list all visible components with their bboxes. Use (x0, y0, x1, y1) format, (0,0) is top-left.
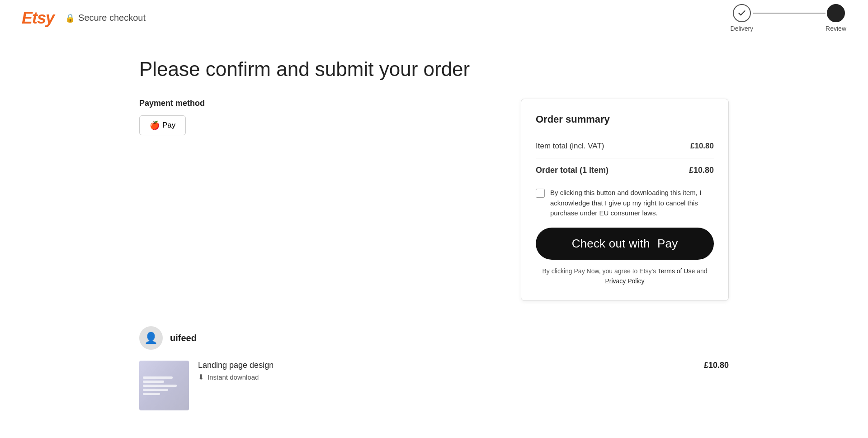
order-summary-card: Order summary Item total (incl. VAT) £10… (521, 99, 729, 301)
header-left: Etsy 🔒 Secure checkout (22, 9, 146, 28)
item-total-value: £10.80 (690, 142, 714, 151)
page-title: Please confirm and submit your order (139, 58, 729, 81)
apple-pay-text: Pay (162, 121, 175, 130)
payment-method-label: Payment method (139, 99, 503, 108)
etsy-logo[interactable]: Etsy (22, 9, 54, 28)
review-label: Review (826, 25, 846, 32)
step-delivery: Delivery (731, 4, 754, 32)
consent-area: By clicking this button and downloading … (536, 188, 714, 219)
checkout-text: Check out with (572, 237, 650, 251)
privacy-link[interactable]: Privacy Policy (605, 277, 644, 285)
order-summary-panel: Order summary Item total (incl. VAT) £10… (521, 99, 729, 301)
secure-checkout-label: Secure checkout (78, 13, 146, 23)
main-content: Please confirm and submit your order Pay… (118, 36, 750, 425)
terms-text: By clicking Pay Now, you agree to Etsy's… (536, 266, 714, 286)
terms-middle: and (695, 267, 707, 275)
terms-prefix: By clicking Pay Now, you agree to Etsy's (542, 267, 657, 275)
order-total-label: Order total (1 item) (536, 166, 609, 175)
pay-text: Pay (657, 237, 678, 251)
item-total-label: Item total (incl. VAT) (536, 142, 604, 151)
step-review: Review (826, 4, 846, 32)
item-total-line: Item total (incl. VAT) £10.80 (536, 134, 714, 158)
thumb-line-3 (143, 385, 177, 387)
order-total-value: £10.80 (689, 166, 714, 175)
order-total-line: Order total (1 item) £10.80 (536, 158, 714, 181)
header: Etsy 🔒 Secure checkout Delivery Review (0, 0, 868, 36)
seller-name: uifeed (170, 333, 197, 343)
thumb-line-1 (143, 376, 173, 379)
seller-header: 👤 uifeed (139, 326, 729, 350)
thumb-line-4 (143, 389, 168, 391)
apple-pay-method-button[interactable]: 🍎 Pay (139, 115, 186, 135)
secure-checkout: 🔒 Secure checkout (65, 13, 146, 23)
thumb-line-2 (143, 381, 164, 383)
seller-section: 👤 uifeed Landing page design ⬇ Instant d… (139, 326, 729, 425)
apple-logo-icon: 🍎 (150, 120, 160, 130)
step-connector (753, 13, 826, 14)
download-icon: ⬇ (198, 373, 204, 381)
progress-steps: Delivery Review (731, 4, 846, 32)
lock-icon: 🔒 (65, 13, 75, 23)
product-info: Landing page design ⬇ Instant download (198, 361, 695, 381)
product-thumbnail (139, 361, 189, 410)
product-meta-label: Instant download (208, 373, 259, 381)
delivery-circle (733, 4, 751, 22)
thumb-line-5 (143, 393, 160, 395)
product-row: Landing page design ⬇ Instant download £… (139, 361, 729, 410)
checkout-button[interactable]: Check out with Pay (536, 228, 714, 260)
review-circle (827, 4, 845, 22)
left-panel: Payment method 🍎 Pay (139, 99, 503, 135)
seller-avatar-icon: 👤 (144, 332, 158, 344)
product-thumbnail-inner (139, 361, 189, 410)
consent-checkbox[interactable] (536, 189, 545, 198)
delivery-label: Delivery (731, 25, 754, 32)
product-price: £10.80 (704, 361, 729, 370)
checkmark-icon (737, 9, 746, 18)
product-meta: ⬇ Instant download (198, 373, 695, 381)
content-grid: Payment method 🍎 Pay Order summary Item … (139, 99, 729, 301)
product-name: Landing page design (198, 361, 695, 370)
order-summary-title: Order summary (536, 114, 714, 125)
consent-text: By clicking this button and downloading … (550, 188, 714, 219)
terms-link[interactable]: Terms of Use (658, 267, 695, 275)
seller-avatar: 👤 (139, 326, 163, 350)
